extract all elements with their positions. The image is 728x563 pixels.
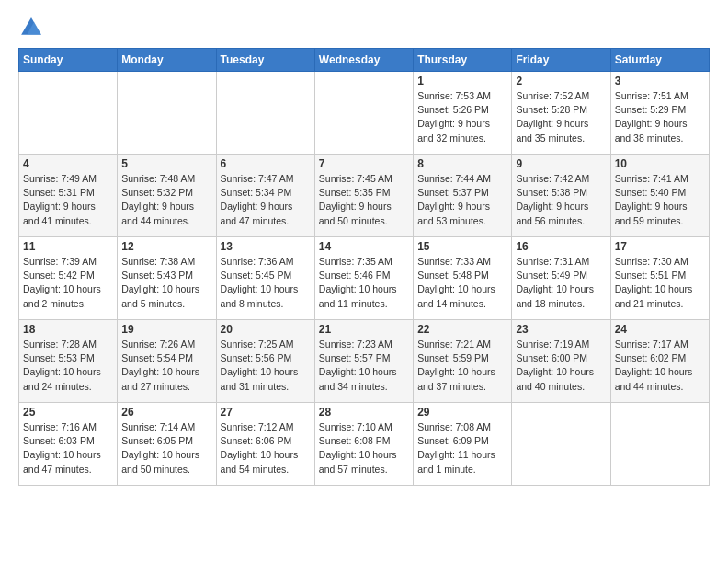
day-number: 3 <box>615 75 705 87</box>
day-number: 12 <box>121 240 211 253</box>
day-number: 7 <box>319 157 409 170</box>
calendar-cell: 1Sunrise: 7:53 AM Sunset: 5:26 PM Daylig… <box>414 72 512 155</box>
day-info: Sunrise: 7:52 AM Sunset: 5:28 PM Dayligh… <box>516 89 606 145</box>
day-number: 28 <box>319 406 409 419</box>
calendar-cell: 3Sunrise: 7:51 AM Sunset: 5:29 PM Daylig… <box>610 72 709 155</box>
weekday-header: Tuesday <box>216 49 314 72</box>
calendar-cell: 2Sunrise: 7:52 AM Sunset: 5:28 PM Daylig… <box>512 72 610 155</box>
calendar-cell: 25Sunrise: 7:16 AM Sunset: 6:03 PM Dayli… <box>19 403 118 486</box>
day-number: 26 <box>121 406 211 419</box>
calendar-cell <box>610 403 709 486</box>
day-info: Sunrise: 7:45 AM Sunset: 5:35 PM Dayligh… <box>319 172 409 228</box>
weekday-header: Wednesday <box>314 49 413 72</box>
day-info: Sunrise: 7:10 AM Sunset: 6:08 PM Dayligh… <box>319 420 409 477</box>
day-info: Sunrise: 7:14 AM Sunset: 6:05 PM Dayligh… <box>121 420 211 477</box>
day-info: Sunrise: 7:47 AM Sunset: 5:34 PM Dayligh… <box>221 172 311 228</box>
calendar-cell: 26Sunrise: 7:14 AM Sunset: 6:05 PM Dayli… <box>118 403 216 486</box>
calendar-cell <box>19 72 118 155</box>
day-number: 9 <box>516 157 606 170</box>
weekday-header: Sunday <box>19 49 118 72</box>
weekday-header: Saturday <box>610 49 709 72</box>
calendar-cell: 17Sunrise: 7:30 AM Sunset: 5:51 PM Dayli… <box>610 237 709 320</box>
day-info: Sunrise: 7:28 AM Sunset: 5:53 PM Dayligh… <box>23 338 113 394</box>
day-info: Sunrise: 7:42 AM Sunset: 5:38 PM Dayligh… <box>516 172 606 228</box>
day-info: Sunrise: 7:38 AM Sunset: 5:43 PM Dayligh… <box>121 255 211 311</box>
day-info: Sunrise: 7:31 AM Sunset: 5:49 PM Dayligh… <box>516 255 606 311</box>
day-info: Sunrise: 7:08 AM Sunset: 6:09 PM Dayligh… <box>417 420 507 477</box>
day-info: Sunrise: 7:19 AM Sunset: 6:00 PM Dayligh… <box>516 338 606 394</box>
day-info: Sunrise: 7:23 AM Sunset: 5:57 PM Dayligh… <box>319 338 409 394</box>
page-header <box>18 15 710 40</box>
calendar-cell: 19Sunrise: 7:26 AM Sunset: 5:54 PM Dayli… <box>118 320 216 403</box>
day-number: 21 <box>319 323 409 336</box>
calendar-cell: 10Sunrise: 7:41 AM Sunset: 5:40 PM Dayli… <box>610 155 709 237</box>
day-number: 14 <box>319 240 409 253</box>
day-info: Sunrise: 7:39 AM Sunset: 5:42 PM Dayligh… <box>23 255 113 311</box>
calendar-cell: 14Sunrise: 7:35 AM Sunset: 5:46 PM Dayli… <box>314 237 413 320</box>
calendar-header: SundayMondayTuesdayWednesdayThursdayFrid… <box>19 49 710 72</box>
calendar-cell: 11Sunrise: 7:39 AM Sunset: 5:42 PM Dayli… <box>19 237 118 320</box>
day-info: Sunrise: 7:53 AM Sunset: 5:26 PM Dayligh… <box>417 89 507 145</box>
day-number: 24 <box>615 323 705 336</box>
day-info: Sunrise: 7:36 AM Sunset: 5:45 PM Dayligh… <box>221 255 311 311</box>
day-number: 20 <box>221 323 311 336</box>
logo-icon <box>18 15 44 40</box>
calendar-cell <box>118 72 216 155</box>
day-number: 17 <box>615 240 705 253</box>
day-number: 11 <box>23 240 113 253</box>
day-number: 6 <box>221 157 311 170</box>
day-info: Sunrise: 7:41 AM Sunset: 5:40 PM Dayligh… <box>615 172 705 228</box>
day-number: 16 <box>516 240 606 253</box>
day-info: Sunrise: 7:12 AM Sunset: 6:06 PM Dayligh… <box>221 420 311 477</box>
calendar-cell: 20Sunrise: 7:25 AM Sunset: 5:56 PM Dayli… <box>216 320 314 403</box>
day-info: Sunrise: 7:21 AM Sunset: 5:59 PM Dayligh… <box>417 338 507 394</box>
weekday-header: Friday <box>512 49 610 72</box>
calendar-cell: 7Sunrise: 7:45 AM Sunset: 5:35 PM Daylig… <box>314 155 413 237</box>
calendar-cell: 24Sunrise: 7:17 AM Sunset: 6:02 PM Dayli… <box>610 320 709 403</box>
day-number: 15 <box>417 240 507 253</box>
day-number: 5 <box>121 157 211 170</box>
day-number: 18 <box>23 323 113 336</box>
calendar-cell: 29Sunrise: 7:08 AM Sunset: 6:09 PM Dayli… <box>414 403 512 486</box>
calendar-cell: 28Sunrise: 7:10 AM Sunset: 6:08 PM Dayli… <box>314 403 413 486</box>
calendar-cell <box>512 403 610 486</box>
day-info: Sunrise: 7:48 AM Sunset: 5:32 PM Dayligh… <box>121 172 211 228</box>
day-info: Sunrise: 7:17 AM Sunset: 6:02 PM Dayligh… <box>615 338 705 394</box>
day-number: 10 <box>615 157 705 170</box>
day-info: Sunrise: 7:26 AM Sunset: 5:54 PM Dayligh… <box>121 338 211 394</box>
day-info: Sunrise: 7:51 AM Sunset: 5:29 PM Dayligh… <box>615 89 705 145</box>
logo <box>18 15 48 40</box>
day-info: Sunrise: 7:33 AM Sunset: 5:48 PM Dayligh… <box>417 255 507 311</box>
calendar-cell: 15Sunrise: 7:33 AM Sunset: 5:48 PM Dayli… <box>414 237 512 320</box>
day-info: Sunrise: 7:49 AM Sunset: 5:31 PM Dayligh… <box>23 172 113 228</box>
day-info: Sunrise: 7:16 AM Sunset: 6:03 PM Dayligh… <box>23 420 113 477</box>
calendar-cell: 21Sunrise: 7:23 AM Sunset: 5:57 PM Dayli… <box>314 320 413 403</box>
day-number: 19 <box>121 323 211 336</box>
calendar-cell: 27Sunrise: 7:12 AM Sunset: 6:06 PM Dayli… <box>216 403 314 486</box>
calendar-cell: 4Sunrise: 7:49 AM Sunset: 5:31 PM Daylig… <box>19 155 118 237</box>
calendar-cell: 9Sunrise: 7:42 AM Sunset: 5:38 PM Daylig… <box>512 155 610 237</box>
day-number: 25 <box>23 406 113 419</box>
weekday-header: Thursday <box>414 49 512 72</box>
calendar-cell: 16Sunrise: 7:31 AM Sunset: 5:49 PM Dayli… <box>512 237 610 320</box>
calendar-cell: 6Sunrise: 7:47 AM Sunset: 5:34 PM Daylig… <box>216 155 314 237</box>
day-info: Sunrise: 7:30 AM Sunset: 5:51 PM Dayligh… <box>615 255 705 311</box>
day-number: 8 <box>417 157 507 170</box>
calendar-cell: 8Sunrise: 7:44 AM Sunset: 5:37 PM Daylig… <box>414 155 512 237</box>
day-number: 2 <box>516 75 606 87</box>
calendar-cell: 22Sunrise: 7:21 AM Sunset: 5:59 PM Dayli… <box>414 320 512 403</box>
day-number: 29 <box>417 406 507 419</box>
day-info: Sunrise: 7:25 AM Sunset: 5:56 PM Dayligh… <box>221 338 311 394</box>
day-number: 22 <box>417 323 507 336</box>
day-number: 1 <box>417 75 507 87</box>
calendar-cell <box>314 72 413 155</box>
calendar-cell: 13Sunrise: 7:36 AM Sunset: 5:45 PM Dayli… <box>216 237 314 320</box>
day-number: 13 <box>221 240 311 253</box>
calendar-cell: 23Sunrise: 7:19 AM Sunset: 6:00 PM Dayli… <box>512 320 610 403</box>
calendar-cell <box>216 72 314 155</box>
day-number: 4 <box>23 157 113 170</box>
day-number: 27 <box>221 406 311 419</box>
calendar-cell: 18Sunrise: 7:28 AM Sunset: 5:53 PM Dayli… <box>19 320 118 403</box>
calendar-cell: 12Sunrise: 7:38 AM Sunset: 5:43 PM Dayli… <box>118 237 216 320</box>
calendar-body: 1Sunrise: 7:53 AM Sunset: 5:26 PM Daylig… <box>19 72 710 486</box>
